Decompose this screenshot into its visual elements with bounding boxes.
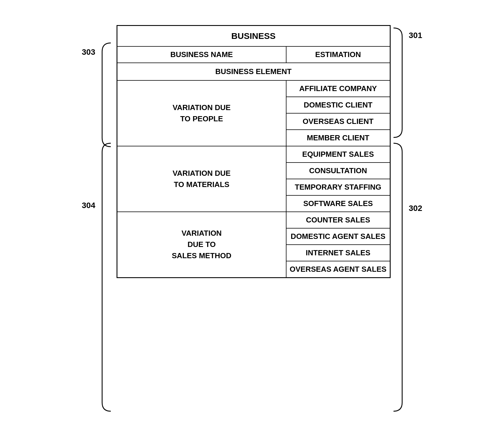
counter-sales-cell: COUNTER SALES	[286, 212, 390, 228]
bracket-301	[391, 25, 405, 140]
software-sales-cell: SOFTWARE SALES	[286, 195, 390, 212]
label-302: 302	[409, 204, 422, 213]
equipment-sales-cell: EQUIPMENT SALES	[286, 146, 390, 163]
estimation-cell: ESTIMATION	[286, 46, 390, 63]
group1-row1: VARIATION DUE TO PEOPLE AFFILIATE COMPAN…	[117, 80, 390, 97]
domestic-agent-sales-cell: DOMESTIC AGENT SALES	[286, 228, 390, 245]
domestic-client-cell: DOMESTIC CLIENT	[286, 97, 390, 113]
business-element-cell: BUSINESS ELEMENT	[117, 63, 390, 80]
business-table: BUSINESS BUSINESS NAME ESTIMATION BUSINE…	[117, 25, 391, 278]
label-304: 304	[82, 201, 95, 210]
bracket-304	[99, 140, 114, 414]
business-element-row: BUSINESS ELEMENT	[117, 63, 390, 80]
consultation-cell: CONSULTATION	[286, 163, 390, 179]
affiliate-company-cell: AFFILIATE COMPANY	[286, 80, 390, 97]
label-303: 303	[82, 48, 95, 57]
title-row: BUSINESS	[117, 25, 390, 46]
overseas-agent-sales-cell: OVERSEAS AGENT SALES	[286, 261, 390, 278]
variation-people-cell: VARIATION DUE TO PEOPLE	[117, 80, 286, 146]
bracket-303	[99, 40, 114, 150]
title-cell: BUSINESS	[117, 25, 390, 46]
diagram-wrapper: 303 304 301 302 BUSINESS BUSINESS NAME E…	[79, 16, 425, 420]
member-client-cell: MEMBER CLIENT	[286, 130, 390, 146]
business-name-cell: BUSINESS NAME	[117, 46, 286, 63]
internet-sales-cell: INTERNET SALES	[286, 245, 390, 261]
group2-row1: VARIATION DUE TO MATERIALS EQUIPMENT SAL…	[117, 146, 390, 163]
variation-sales-method-cell: VARIATION DUE TO SALES METHOD	[117, 212, 286, 278]
group3-row1: VARIATION DUE TO SALES METHOD COUNTER SA…	[117, 212, 390, 228]
main-table-container: BUSINESS BUSINESS NAME ESTIMATION BUSINE…	[117, 25, 391, 278]
label-301: 301	[409, 31, 422, 40]
overseas-client-cell: OVERSEAS CLIENT	[286, 113, 390, 130]
business-name-row: BUSINESS NAME ESTIMATION	[117, 46, 390, 63]
variation-materials-cell: VARIATION DUE TO MATERIALS	[117, 146, 286, 212]
bracket-302	[391, 140, 405, 414]
temporary-staffing-cell: TEMPORARY STAFFING	[286, 179, 390, 195]
